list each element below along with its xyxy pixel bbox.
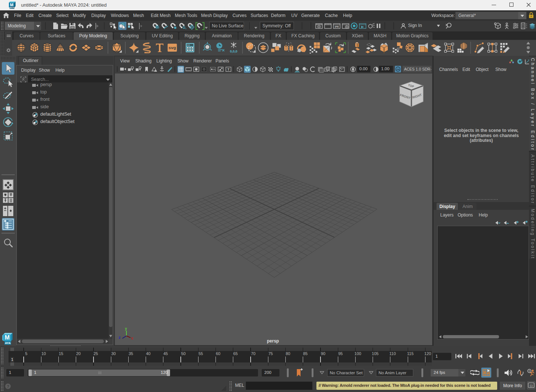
svg-text:AYA: AYA [5, 341, 11, 345]
svg-text:IPR: IPR [335, 25, 339, 28]
svg-text:y: y [125, 327, 127, 331]
svg-text:?: ? [7, 384, 9, 389]
svg-text:ON: ON [397, 68, 400, 71]
svg-text:0,0,0: 0,0,0 [230, 50, 237, 53]
svg-text:x: x [131, 336, 133, 340]
svg-text:MAYA: MAYA [10, 7, 14, 9]
svg-text:T: T [227, 68, 230, 71]
svg-text:{;}: {;} [530, 384, 533, 387]
svg-text:svg: svg [169, 45, 176, 50]
svg-text:M: M [10, 3, 13, 7]
svg-text:M: M [5, 334, 10, 341]
svg-text:z: z [119, 335, 121, 340]
